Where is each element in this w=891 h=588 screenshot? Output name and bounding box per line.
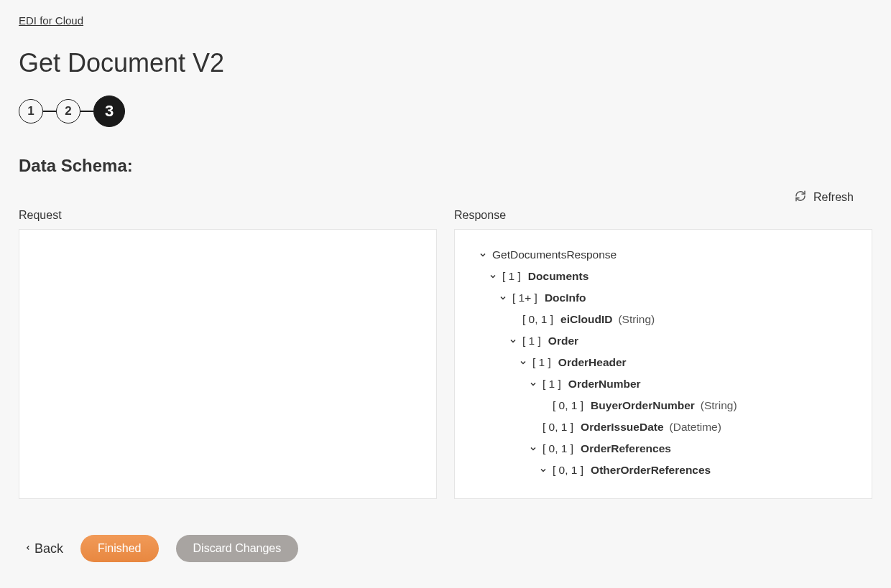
refresh-button[interactable]: Refresh — [795, 190, 854, 205]
tree-node-cardinality: [ 1+ ] — [512, 291, 542, 304]
step-connector — [80, 111, 93, 112]
tree-node-ordernumber[interactable]: [ 1 ] OrderNumber — [462, 373, 864, 395]
page-title: Get Document V2 — [19, 48, 872, 78]
schema-tree: GetDocumentsResponse [ 1 ] Documents — [462, 244, 864, 481]
chevron-down-icon[interactable] — [486, 272, 499, 281]
refresh-label: Refresh — [813, 191, 854, 204]
section-heading: Data Schema: — [19, 156, 872, 176]
chevron-down-icon[interactable] — [507, 337, 520, 345]
tree-node-cardinality: [ 1 ] — [543, 378, 565, 391]
tree-node-cardinality: [ 0, 1 ] — [553, 399, 588, 412]
tree-node-name: Documents — [528, 270, 591, 283]
tree-node-name: OrderHeader — [558, 356, 629, 369]
back-label: Back — [34, 541, 63, 556]
chevron-down-icon[interactable] — [527, 380, 540, 388]
tree-node-orderreferences[interactable]: [ 0, 1 ] OrderReferences — [462, 438, 864, 459]
tree-node-orderissuedate[interactable]: [ 0, 1 ] OrderIssueDate (Datetime) — [462, 416, 864, 438]
tree-node-eicloudid[interactable]: [ 0, 1 ] eiCloudID (String) — [462, 309, 864, 330]
tree-node-cardinality: [ 1 ] — [522, 335, 545, 347]
tree-node-name: OrderNumber — [568, 378, 644, 391]
chevron-down-icon[interactable] — [517, 358, 530, 367]
tree-node-name: OtherOrderReferences — [591, 464, 714, 477]
step-1[interactable]: 1 — [19, 99, 43, 123]
response-panel-label: Response — [454, 209, 872, 222]
tree-node-buyerordernumber[interactable]: [ 0, 1 ] BuyerOrderNumber (String) — [462, 395, 864, 416]
tree-node-type: (String) — [701, 399, 737, 412]
tree-node-documents[interactable]: [ 1 ] Documents — [462, 266, 864, 287]
tree-node-otherorderreferences[interactable]: [ 0, 1 ] OtherOrderReferences — [462, 459, 864, 481]
tree-node-order[interactable]: [ 1 ] Order — [462, 330, 864, 352]
tree-node-cardinality: [ 0, 1 ] — [522, 313, 558, 326]
response-panel[interactable]: GetDocumentsResponse [ 1 ] Documents — [454, 229, 872, 499]
refresh-icon — [795, 190, 806, 205]
tree-node-root[interactable]: GetDocumentsResponse — [462, 244, 864, 266]
step-2[interactable]: 2 — [56, 99, 80, 123]
chevron-down-icon[interactable] — [527, 444, 540, 453]
discard-changes-button[interactable]: Discard Changes — [176, 535, 299, 562]
tree-node-name: eiCloudID — [560, 313, 615, 326]
tree-node-name: DocInfo — [545, 291, 589, 304]
tree-node-name: Order — [548, 335, 581, 347]
breadcrumb-link[interactable]: EDI for Cloud — [19, 14, 83, 27]
chevron-down-icon[interactable] — [537, 466, 550, 475]
tree-node-cardinality: [ 0, 1 ] — [553, 464, 588, 477]
tree-node-cardinality: [ 1 ] — [502, 270, 525, 283]
tree-node-docinfo[interactable]: [ 1+ ] DocInfo — [462, 287, 864, 309]
finished-button[interactable]: Finished — [80, 535, 158, 562]
step-3[interactable]: 3 — [93, 95, 125, 127]
request-panel-label: Request — [19, 209, 437, 222]
stepper: 1 2 3 — [19, 95, 872, 127]
tree-node-cardinality: [ 0, 1 ] — [543, 421, 578, 434]
request-panel[interactable] — [19, 229, 437, 499]
chevron-down-icon[interactable] — [476, 251, 489, 259]
chevron-down-icon[interactable] — [497, 294, 509, 302]
tree-node-type: (Datetime) — [670, 421, 721, 434]
step-connector — [43, 111, 56, 112]
tree-node-name: OrderReferences — [581, 442, 674, 455]
tree-node-orderheader[interactable]: [ 1 ] OrderHeader — [462, 352, 864, 373]
tree-node-cardinality: [ 1 ] — [532, 356, 555, 369]
tree-node-name: BuyerOrderNumber — [591, 399, 698, 412]
back-button[interactable]: Back — [24, 541, 63, 556]
tree-node-cardinality: [ 0, 1 ] — [543, 442, 578, 455]
tree-node-name: OrderIssueDate — [581, 421, 666, 434]
tree-node-type: (String) — [618, 313, 655, 326]
tree-node-label: GetDocumentsResponse — [492, 248, 617, 261]
chevron-left-icon — [24, 541, 32, 556]
